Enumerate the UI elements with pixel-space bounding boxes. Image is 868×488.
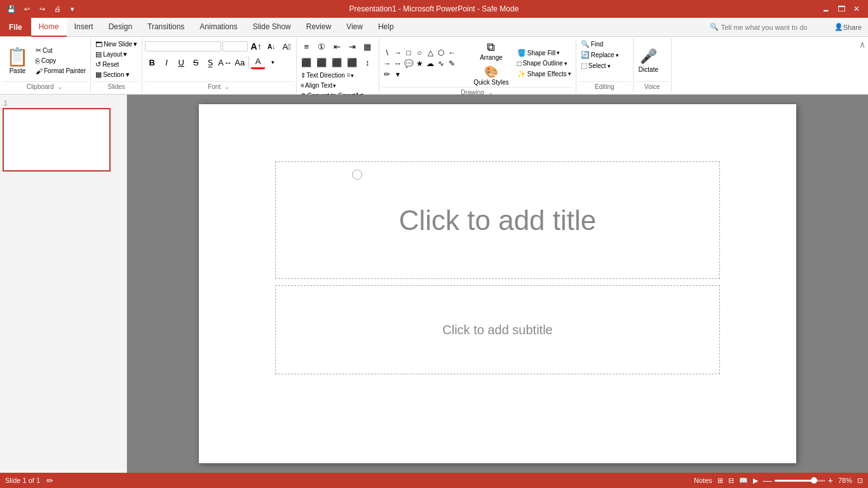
shape-arrow[interactable]: → [393,48,403,58]
search-box[interactable]: 🔍 [705,18,828,36]
title-placeholder[interactable]: Click to add title [275,161,720,279]
quick-styles-button[interactable]: 🎨 Quick Styles [470,64,513,87]
paste-button[interactable]: 📋 Paste [3,45,32,76]
shape-callout[interactable]: 💬 [403,58,414,69]
collapse-ribbon-button[interactable]: ∧ [858,39,867,50]
slide-show-button[interactable]: ▶ [753,477,758,485]
font-grow-button[interactable]: A↑ [249,39,263,53]
strikethrough-button[interactable]: S [189,55,203,69]
increase-indent-button[interactable]: ⇥ [345,39,359,53]
canvas-area[interactable]: Click to add title Click to add subtitle [127,95,868,473]
line-spacing-button[interactable]: ↕ [360,55,374,69]
fit-page-button[interactable]: ⊡ [857,477,863,485]
decrease-indent-button[interactable]: ⇤ [330,39,344,53]
section-button[interactable]: ▦ Section ▾ [93,70,131,79]
subtitle-placeholder[interactable]: Click to add subtitle [275,285,720,374]
char-spacing-button[interactable]: A↔ [218,55,232,69]
numbering-button[interactable]: ① [315,39,329,53]
share-button[interactable]: 👤 Share [828,18,868,36]
shape-triangle[interactable]: △ [425,48,435,58]
copy-button[interactable]: ⎘Copy [34,57,88,65]
text-direction-dropdown[interactable]: ▾ [351,72,354,79]
reading-view-button[interactable]: 📖 [739,477,748,485]
zoom-slider[interactable]: — + [763,475,833,485]
undo-button[interactable]: ↩ [20,3,33,15]
align-right-button[interactable]: ⬛ [330,55,344,69]
font-name-select[interactable] [145,41,221,51]
font-color-button[interactable]: A [251,55,265,69]
new-slide-dropdown-icon[interactable]: ▾ [133,40,137,48]
font-shrink-button[interactable]: A↓ [264,39,278,53]
shape-oval[interactable]: ○ [414,48,424,58]
select-button[interactable]: ⬚ Select ▾ [579,61,613,71]
bold-button[interactable]: B [145,55,159,69]
layout-dropdown-icon[interactable]: ▾ [123,50,127,58]
minimize-button[interactable]: 🗕 [820,3,832,15]
print-button[interactable]: 🖨 [51,3,64,15]
columns-button[interactable]: ▦ [360,39,374,53]
zoom-in-button[interactable]: + [828,475,833,485]
align-text-button[interactable]: ≡ Align Text ▾ [299,81,337,90]
tab-home[interactable]: Home [31,18,67,37]
shape-outline-button[interactable]: □ Shape Outline ▾ [515,59,573,68]
shape-star[interactable]: ★ [414,58,424,69]
replace-dropdown[interactable]: ▾ [616,52,619,58]
shape-outline-dropdown[interactable]: ▾ [564,60,567,67]
find-button[interactable]: 🔍 Find [579,39,605,49]
clear-format-button[interactable]: A⃝ [280,39,294,53]
shape-effects-button[interactable]: ✨ Shape Effects ▾ [515,69,573,79]
tab-slideshow[interactable]: Slide Show [245,18,299,37]
tab-animations[interactable]: Animations [192,18,245,37]
shape-double-arrow[interactable]: ↔ [393,58,403,69]
underline-button[interactable]: U [174,55,188,69]
shape-left-arrow[interactable]: ← [447,48,457,58]
align-left-button[interactable]: ⬛ [299,55,313,69]
search-input[interactable] [721,24,823,31]
shape-freeform[interactable]: ✎ [447,58,457,69]
shape-effects-dropdown[interactable]: ▾ [568,71,571,77]
normal-view-button[interactable]: ⊞ [717,477,723,485]
redo-button[interactable]: ↪ [36,3,48,15]
tab-insert[interactable]: Insert [67,18,101,37]
tab-file[interactable]: File [0,18,31,36]
shape-line[interactable]: \ [382,48,392,58]
align-center-button[interactable]: ⬛ [315,55,329,69]
tab-help[interactable]: Help [370,18,402,37]
shape-more[interactable]: ▾ [393,69,403,79]
shape-fill-dropdown[interactable]: ▾ [557,50,560,56]
close-button[interactable]: ✕ [850,3,863,15]
shape-cloud[interactable]: ☁ [425,58,435,69]
shape-rect[interactable]: □ [403,48,414,58]
font-color-dropdown[interactable]: ▾ [266,55,280,69]
shape-hex[interactable]: ⬡ [436,48,446,58]
section-dropdown-icon[interactable]: ▾ [126,71,130,79]
shape-right-arrow[interactable]: → [382,58,392,69]
reset-button[interactable]: ↺ Reset [93,60,121,69]
tab-view[interactable]: View [339,18,370,37]
shape-fill-button[interactable]: 🪣 Shape Fill ▾ [515,48,573,58]
bullets-button[interactable]: ≡ [299,39,313,53]
tab-transitions[interactable]: Transitions [140,18,192,37]
shape-curve[interactable]: ∿ [436,58,446,69]
text-direction-button[interactable]: ⇕ Text Direction = ▾ [299,71,355,79]
align-text-dropdown[interactable]: ▾ [333,83,336,89]
tab-design[interactable]: Design [101,18,140,37]
arrange-button[interactable]: ⧉ Arrange [470,39,513,62]
zoom-track[interactable] [775,480,825,482]
font-case-button[interactable]: Aa [233,55,247,69]
format-painter-button[interactable]: 🖌Format Painter [34,67,88,76]
qat-more-button[interactable]: ▾ [66,3,79,15]
italic-button[interactable]: I [159,55,173,69]
font-expand-button[interactable]: ⌄ [223,83,231,90]
dictate-button[interactable]: 🎤 Dictate [636,41,661,79]
cut-button[interactable]: ✂Cut [34,46,88,55]
shape-pen[interactable]: ✏ [382,69,392,79]
tab-review[interactable]: Review [299,18,339,37]
justify-button[interactable]: ⬛ [345,55,359,69]
zoom-out-button[interactable]: — [763,475,772,485]
new-slide-button[interactable]: 🗔 New Slide ▾ [93,39,139,49]
restore-button[interactable]: 🗖 [835,3,848,15]
clipboard-expand-button[interactable]: ⌄ [56,83,64,90]
text-shadow-button[interactable]: S̲ [203,55,217,69]
slide-thumbnail[interactable] [3,108,111,172]
